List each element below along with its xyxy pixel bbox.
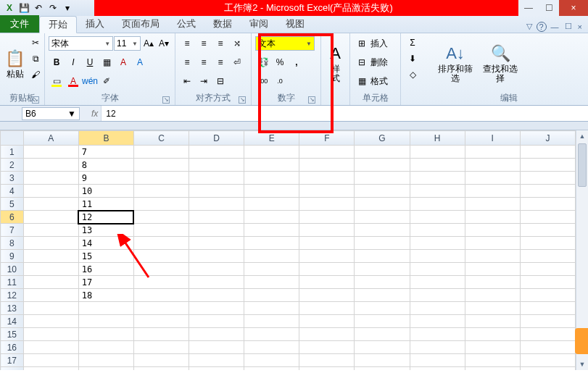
cell-A18[interactable] bbox=[23, 367, 78, 371]
cell-B13[interactable] bbox=[78, 302, 133, 315]
cell-I16[interactable] bbox=[465, 341, 520, 354]
font-grow-a-icon[interactable]: A bbox=[115, 55, 131, 70]
cell-I17[interactable] bbox=[465, 354, 520, 367]
cell-D6[interactable] bbox=[189, 211, 244, 224]
help-icon[interactable]: ? bbox=[537, 22, 547, 32]
cell-D3[interactable] bbox=[189, 172, 244, 185]
align-top-icon[interactable]: ≡ bbox=[179, 36, 195, 51]
cell-J1[interactable] bbox=[520, 146, 575, 159]
cell-H16[interactable] bbox=[410, 341, 465, 354]
align-center-icon[interactable]: ≡ bbox=[196, 55, 212, 70]
cell-J13[interactable] bbox=[520, 302, 575, 315]
cell-A7[interactable] bbox=[23, 224, 78, 237]
row-header-12[interactable]: 12 bbox=[1, 289, 24, 302]
tab-view[interactable]: 视图 bbox=[277, 15, 313, 33]
cell-F1[interactable] bbox=[299, 146, 355, 159]
cell-E15[interactable] bbox=[244, 328, 299, 341]
cell-D7[interactable] bbox=[189, 224, 244, 237]
cell-D13[interactable] bbox=[189, 302, 244, 315]
cell-G2[interactable] bbox=[355, 159, 410, 172]
tab-file[interactable]: 文件 bbox=[0, 15, 39, 33]
font-color-button[interactable]: A bbox=[65, 74, 81, 88]
autosum-icon[interactable]: Σ bbox=[405, 35, 421, 50]
cell-E6[interactable] bbox=[244, 211, 299, 224]
cell-H7[interactable] bbox=[410, 224, 465, 237]
cell-E1[interactable] bbox=[244, 146, 299, 159]
cell-H6[interactable] bbox=[410, 211, 465, 224]
cell-B15[interactable] bbox=[78, 328, 133, 341]
cell-C2[interactable] bbox=[133, 159, 189, 172]
cell-A3[interactable] bbox=[23, 172, 78, 185]
increase-decimal-icon[interactable]: .00 bbox=[255, 74, 271, 88]
shrink-font-icon[interactable]: A▾ bbox=[157, 36, 171, 51]
cell-F18[interactable] bbox=[299, 367, 355, 371]
cell-D4[interactable] bbox=[189, 185, 244, 198]
cell-I5[interactable] bbox=[465, 198, 520, 211]
cell-E7[interactable] bbox=[244, 224, 299, 237]
cell-A8[interactable] bbox=[23, 237, 78, 250]
cell-I14[interactable] bbox=[465, 315, 520, 328]
cell-B12[interactable]: 18 bbox=[78, 289, 133, 302]
cell-J14[interactable] bbox=[520, 315, 575, 328]
decrease-indent-icon[interactable]: ⇤ bbox=[179, 74, 195, 88]
cell-G10[interactable] bbox=[355, 263, 410, 276]
cut-icon[interactable]: ✂ bbox=[28, 35, 44, 50]
cell-E4[interactable] bbox=[244, 185, 299, 198]
cell-F13[interactable] bbox=[299, 302, 355, 315]
cell-E17[interactable] bbox=[244, 354, 299, 367]
cell-H17[interactable] bbox=[410, 354, 465, 367]
align-left-icon[interactable]: ≡ bbox=[179, 55, 195, 70]
column-header-D[interactable]: D bbox=[189, 131, 244, 146]
cell-F8[interactable] bbox=[299, 237, 355, 250]
cell-A13[interactable] bbox=[23, 302, 78, 315]
cell-C10[interactable] bbox=[133, 263, 189, 276]
cell-F5[interactable] bbox=[299, 198, 355, 211]
underline-button[interactable]: U bbox=[82, 55, 98, 70]
cell-C3[interactable] bbox=[133, 172, 189, 185]
cell-C14[interactable] bbox=[133, 315, 189, 328]
bold-button[interactable]: B bbox=[49, 55, 65, 70]
cell-A14[interactable] bbox=[23, 315, 78, 328]
fill-color-button[interactable]: ▭ bbox=[49, 74, 65, 88]
cell-J11[interactable] bbox=[520, 276, 575, 289]
cell-A16[interactable] bbox=[23, 341, 78, 354]
cell-H4[interactable] bbox=[410, 185, 465, 198]
cell-D9[interactable] bbox=[189, 250, 244, 263]
cell-G9[interactable] bbox=[355, 250, 410, 263]
cell-H2[interactable] bbox=[410, 159, 465, 172]
cell-A17[interactable] bbox=[23, 354, 78, 367]
cell-J7[interactable] bbox=[520, 224, 575, 237]
row-header-16[interactable]: 16 bbox=[1, 341, 24, 354]
side-tag-icon[interactable] bbox=[575, 328, 588, 354]
italic-button[interactable]: I bbox=[65, 55, 81, 70]
cell-J8[interactable] bbox=[520, 237, 575, 250]
formula-input[interactable]: 12 bbox=[101, 106, 588, 121]
cell-F7[interactable] bbox=[299, 224, 355, 237]
cell-C12[interactable] bbox=[133, 289, 189, 302]
column-header-G[interactable]: G bbox=[355, 131, 410, 146]
row-header-3[interactable]: 3 bbox=[1, 172, 24, 185]
cell-C8[interactable] bbox=[133, 237, 189, 250]
cell-B7[interactable]: 13 bbox=[78, 224, 133, 237]
column-header-B[interactable]: B bbox=[78, 131, 133, 146]
border-button[interactable]: ▦ bbox=[99, 55, 115, 70]
format-painter-icon[interactable]: 🖌 bbox=[28, 67, 44, 82]
tab-formulas[interactable]: 公式 bbox=[168, 15, 204, 33]
fx-button[interactable]: fx bbox=[88, 106, 101, 121]
cell-J2[interactable] bbox=[520, 159, 575, 172]
cell-C6[interactable] bbox=[133, 211, 189, 224]
row-header-18[interactable]: 18 bbox=[1, 367, 24, 371]
cell-I6[interactable] bbox=[465, 211, 520, 224]
redo-icon[interactable]: ↷ bbox=[46, 1, 59, 14]
column-header-C[interactable]: C bbox=[133, 131, 189, 146]
percent-button[interactable]: % bbox=[272, 55, 288, 70]
cell-I8[interactable] bbox=[465, 237, 520, 250]
workbook-close-icon[interactable]: × bbox=[576, 21, 584, 33]
clear-icon[interactable]: ◇ bbox=[405, 67, 421, 82]
cell-D1[interactable] bbox=[189, 146, 244, 159]
tab-home[interactable]: 开始 bbox=[39, 16, 77, 33]
cell-F15[interactable] bbox=[299, 328, 355, 341]
name-box[interactable]: B6▼ bbox=[22, 107, 80, 120]
align-right-icon[interactable]: ≡ bbox=[212, 55, 228, 70]
cell-C11[interactable] bbox=[133, 276, 189, 289]
